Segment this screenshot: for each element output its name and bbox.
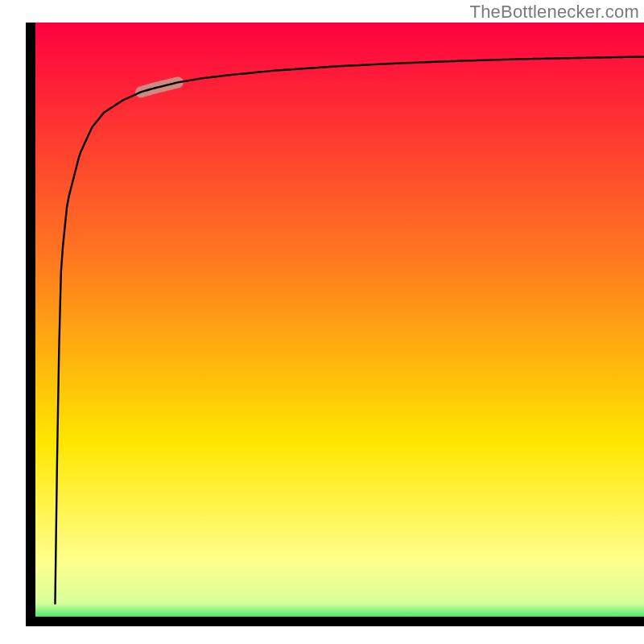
- chart-stage: TheBottlenecker.com: [0, 0, 644, 644]
- chart-svg: [0, 0, 644, 644]
- plot-background: [31, 23, 644, 621]
